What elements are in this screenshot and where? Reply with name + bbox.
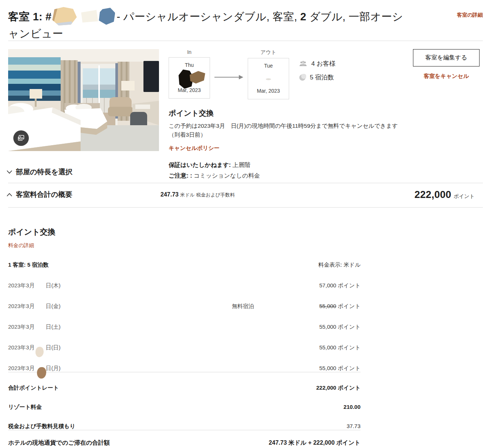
rate-summary-row: 客室料合計の概要 247.73米ドル 税金および手数料 222,000ポイント [8,183,483,207]
guests-icon [299,61,308,67]
redaction-blob [99,8,115,25]
header: 客室 1: #- パーシャルオーシャンダブル, 客室, 2 ダブル, 一部オーシ… [8,8,483,41]
summary-usd-note: 米ドル 税金および手数料 [180,192,235,198]
total-value: 37.73 [346,423,360,429]
arrow-icon [214,67,243,81]
chevron-up-icon [7,193,12,196]
nights-text: 5 宿泊数 [310,73,334,82]
redaction-blob [52,7,79,25]
summary-divider-bottom [8,207,483,208]
note-line: ご注意: : コミッションなしの料金 [169,172,483,180]
checkin-day-of-week: Thu [185,62,194,68]
rate-details-link[interactable]: 料金の詳細 [8,242,34,249]
table-row: 2023年3月日(日) 55,000 ポイント [8,344,360,351]
night-date: 2023年3月日(土) [8,324,232,331]
cancellation-policy-text: この予約は2023年3月 日(月)の現地時間の午後11時59分まで無料でキャンセ… [169,122,406,139]
features-section: 部屋の特長を選択 保証はいたしかねます: 上層階 ご注意: : コミッションなし… [8,161,483,183]
checkin-date: In Thu Mar, 2023 [169,49,210,99]
rate-summary-toggle[interactable]: 客室料合計の概要 [8,190,160,199]
night-note: 無料宿泊 [232,303,319,310]
nights-line: 5 宿泊数 [299,73,336,82]
night-date: 2023年3月日(木) [8,282,232,289]
cancel-room-link[interactable]: 客室をキャンセル [424,73,469,80]
occupancy: 4 お客様 5 宿泊数 [299,49,336,87]
night-date: 2023年3月日(日) [8,344,232,351]
room-number-prefix: 客室 1: # [8,11,51,23]
rate-summary-title: 客室料合計の概要 [16,190,72,199]
total-label: リゾート料金 [8,404,42,411]
guests-text: 4 お客様 [311,59,336,68]
note-value: コミッションなしの料金 [194,172,260,179]
grand-total-values: 247.73 米ドル + 222,000 ポイント 277,000ポイント [269,439,360,448]
moon-icon [299,74,306,81]
redaction-blob [169,68,210,87]
cancellation-policy-link[interactable]: キャンセルポリシー [169,145,220,152]
guarantee-line: 保証はいたしかねます: 上層階 [169,161,483,169]
checkout-label: アウト [248,49,289,56]
edit-room-button[interactable]: 客室を編集する [413,49,480,66]
grand-total-label: ホテルの現地通貨でのご滞在の合計額 [8,439,110,448]
room-actions: 客室を編集する 客室をキャンセル [410,49,483,152]
points-breakdown: ポイント交換 料金の詳細 1 客室: 5 宿泊数 料金表示: 米ドル 2023年… [8,227,360,448]
night-points: 55,000 ポイント [319,303,360,310]
dates-row: In Thu Mar, 2023 アウト Tue [169,49,406,99]
room-photo [8,49,159,151]
chevron-down-icon [7,170,12,174]
summary-points-amount: 222,000 [414,189,451,200]
photo-stack-glyph [17,134,25,142]
armchair [108,97,133,116]
total-row: 税金および手数料見積もり 37.73 [8,423,360,430]
table-row: 2023年3月日(木) 57,000 ポイント [8,282,360,289]
redaction-blob [37,367,46,379]
night-points: 57,000 ポイント [319,282,360,289]
room-type-text: - パーシャルオーシャンダブル, 客室, [116,11,297,23]
total-label: 税金および手数料見積もり [8,423,75,430]
total-label: 合計ポイントレート [8,384,59,391]
night-points: 55,000 ポイント [319,365,360,372]
summary-usd-amount: 247.73 [160,191,179,198]
booking-section: In Thu Mar, 2023 アウト Tue [8,49,483,152]
table-row: 2023年3月日(土) 55,000 ポイント [8,324,360,331]
cancellation-line2: （到着3日前） [169,130,406,139]
checkout-day-of-week: Tue [264,63,273,69]
gallery-icon[interactable] [13,130,29,146]
night-points: 55,000 ポイント [319,324,360,331]
night-points: 55,000 ポイント [319,344,360,351]
room-features-toggle[interactable]: 部屋の特長を選択 [8,161,169,183]
guarantee-notes: 保証はいたしかねます: 上層階 ご注意: : コミッションなしの料金 [169,161,483,183]
summary-usd: 247.73米ドル 税金および手数料 [160,191,414,198]
currency-note: 料金表示: 米ドル [318,261,360,269]
points-heading: ポイント交換 [8,227,360,237]
checkout-box: Tue Mar, 2023 [248,58,289,99]
guests-line: 4 お客様 [299,59,336,68]
redaction-blob [248,69,289,88]
table-row: 2023年3月日(金) 無料宿泊 55,000 ポイント [8,303,360,310]
guarantee-value: 上層階 [233,162,250,168]
header-divider [8,41,483,41]
grand-total-row: ホテルの現地通貨でのご滞在の合計額 247.73 米ドル + 222,000 ポ… [8,439,360,448]
note-label: ご注意: : [169,172,192,179]
checkin-month-year: Mar, 2023 [178,87,201,93]
total-value: 222,000 ポイント [316,384,360,391]
room-booking-page: 客室 1: #- パーシャルオーシャンダブル, 客室, 2 ダブル, 一部オーシ… [0,0,491,448]
checkin-box: Thu Mar, 2023 [169,57,210,99]
checkout-date: アウト Tue Mar, 2023 [248,49,289,99]
grand-total-value: 247.73 米ドル + 222,000 ポイント [269,439,360,447]
rooms-nights-row: 1 客室: 5 宿泊数 料金表示: 米ドル [8,261,360,269]
tv [143,61,159,92]
checkin-label: In [169,49,210,55]
cancellation-line1: この予約は2023年3月 日(月)の現地時間の午後11時59分まで無料でキャンセ… [169,122,406,130]
total-value: 210.00 [343,404,360,410]
checkout-month-year: Mar, 2023 [257,88,280,94]
total-row: リゾート料金 210.00 [8,404,360,411]
night-date: 2023年3月日(金) [8,303,232,310]
page-title: 客室 1: #- パーシャルオーシャンダブル, 客室, 2 ダブル, 一部オーシ… [8,8,411,41]
room-photo-illustration [8,49,159,151]
table-row: 2023年3月日(月) 55,000 ポイント [8,365,360,372]
redaction-blob [35,347,44,357]
grand-total-divider [8,430,360,430]
room-details-link[interactable]: 客室の詳細 [457,12,483,18]
rooms-nights-label: 1 客室: 5 宿泊数 [8,261,48,269]
booking-details: In Thu Mar, 2023 アウト Tue [169,49,406,152]
floor-lamp [121,81,135,90]
